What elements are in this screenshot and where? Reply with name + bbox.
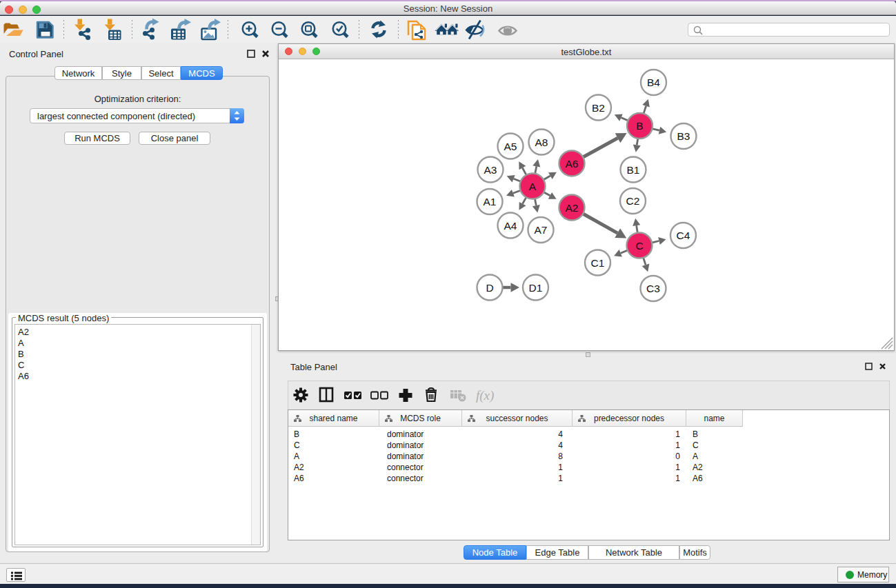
svg-text:A3: A3: [484, 164, 497, 176]
svg-text:C: C: [635, 240, 643, 252]
svg-text:A4: A4: [504, 220, 517, 232]
svg-text:C4: C4: [677, 230, 690, 241]
svg-text:A1: A1: [484, 196, 497, 207]
svg-text:A5: A5: [504, 141, 517, 152]
svg-text:A2: A2: [566, 202, 579, 214]
svg-text:D1: D1: [529, 282, 543, 294]
svg-text:C1: C1: [591, 257, 605, 269]
svg-text:A8: A8: [535, 136, 548, 148]
svg-text:B1: B1: [627, 164, 640, 176]
svg-text:B: B: [636, 120, 643, 132]
svg-text:C3: C3: [646, 283, 660, 294]
svg-text:A6: A6: [566, 158, 579, 170]
svg-text:C2: C2: [626, 195, 640, 207]
svg-text:B3: B3: [677, 130, 690, 142]
svg-text:A: A: [529, 181, 537, 192]
svg-text:f(x): f(x): [476, 388, 494, 403]
svg-text:A7: A7: [535, 224, 548, 236]
svg-text:B4: B4: [647, 77, 660, 88]
svg-text:D: D: [486, 282, 493, 294]
svg-text:B2: B2: [592, 102, 605, 114]
